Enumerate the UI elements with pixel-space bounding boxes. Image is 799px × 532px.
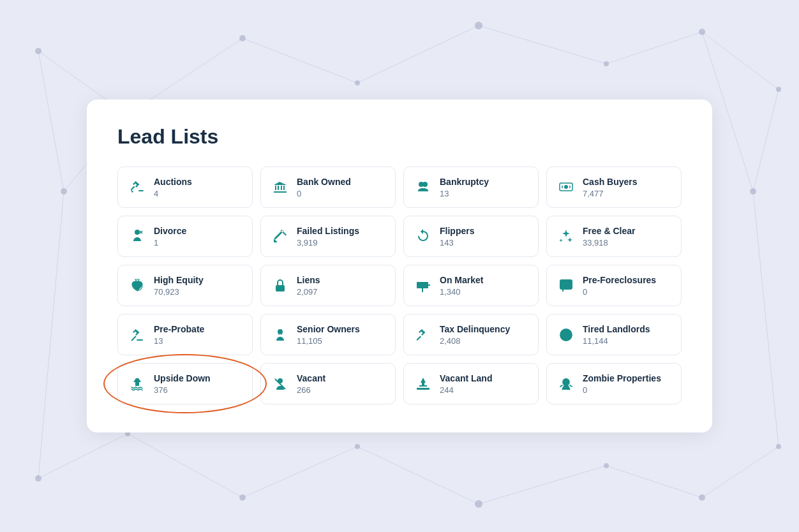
list-item-name-vacant: Vacant: [297, 373, 325, 384]
list-item-name-tax-delinquency: Tax Delinquency: [440, 323, 510, 335]
svg-line-4: [479, 26, 606, 64]
list-item-vacant-land[interactable]: Vacant Land244: [403, 363, 539, 404]
svg-point-34: [475, 500, 482, 508]
list-item-count-bankruptcy: 13: [440, 189, 489, 198]
list-item-count-tired-landlords: 11,144: [583, 336, 650, 346]
list-item-free-clear[interactable]: Free & Clear33,918: [546, 216, 682, 257]
svg-line-13: [243, 447, 357, 498]
list-item-name-flippers: Flippers: [440, 225, 474, 237]
bankruptcy-icon: [414, 179, 432, 195]
list-item-count-senior-owners: 11,105: [297, 336, 360, 346]
svg-point-27: [776, 87, 781, 92]
svg-point-56: [567, 333, 569, 334]
list-item-pre-foreclosures[interactable]: Pre-Foreclosures0: [546, 265, 682, 306]
list-item-name-bank-owned: Bank Owned: [297, 176, 351, 188]
svg-point-30: [35, 475, 41, 482]
list-item-tired-landlords[interactable]: Tired Landlords11,144: [546, 314, 682, 355]
svg-point-24: [475, 22, 482, 29]
list-item-count-vacant: 266: [297, 385, 325, 395]
person-icon: [271, 327, 289, 343]
hammer-icon: [128, 327, 146, 343]
list-item-count-upside-down: 376: [154, 385, 211, 395]
list-item-count-cash-buyers: 7,477: [583, 189, 638, 198]
no-person-icon: [271, 376, 289, 392]
list-item-divorce[interactable]: Divorce1: [117, 216, 253, 257]
divorce-icon: [128, 228, 146, 244]
list-item-name-free-clear: Free & Clear: [583, 225, 635, 237]
list-item-name-liens: Liens: [297, 274, 320, 286]
svg-line-15: [479, 466, 606, 504]
svg-point-37: [776, 444, 781, 449]
list-item-count-on-market: 1,340: [440, 287, 483, 297]
list-item-count-vacant-land: 244: [440, 385, 492, 395]
list-item-name-cash-buyers: Cash Buyers: [583, 176, 638, 188]
svg-line-5: [606, 32, 702, 64]
list-item-cash-buyers[interactable]: Cash Buyers7,477: [546, 166, 682, 208]
list-item-zombie-properties[interactable]: Zombie Properties0: [546, 363, 682, 404]
svg-line-11: [38, 434, 128, 478]
list-item-vacant[interactable]: Vacant266: [260, 363, 396, 404]
list-item-senior-owners[interactable]: Senior Owners11,105: [260, 314, 396, 355]
svg-rect-45: [417, 282, 428, 288]
list-item-pre-probate[interactable]: Pre-Probate13: [117, 314, 253, 355]
list-item-on-market[interactable]: On Market1,340: [403, 265, 539, 306]
list-item-count-auctions: 4: [154, 189, 192, 198]
list-item-name-auctions: Auctions: [154, 176, 192, 188]
svg-line-16: [606, 466, 702, 498]
svg-rect-48: [560, 280, 572, 289]
svg-point-44: [280, 287, 281, 289]
svg-line-2: [243, 38, 357, 83]
svg-point-55: [564, 333, 565, 334]
list-item-name-vacant-land: Vacant Land: [440, 373, 492, 384]
no-entry-icon: [557, 278, 575, 293]
list-item-bankruptcy[interactable]: Bankruptcy13: [403, 166, 539, 208]
list-item-count-pre-foreclosures: 0: [583, 287, 656, 297]
cash-icon: [557, 179, 575, 195]
zombie-icon: [557, 376, 575, 392]
list-item-name-upside-down: Upside Down: [154, 373, 211, 384]
list-item-name-pre-probate: Pre-Probate: [154, 323, 204, 335]
page-title: Lead Lists: [117, 125, 682, 149]
svg-point-32: [239, 494, 246, 501]
svg-point-33: [355, 444, 360, 449]
list-item-name-senior-owners: Senior Owners: [297, 323, 360, 335]
svg-point-26: [699, 29, 705, 35]
list-item-auctions[interactable]: Auctions4: [117, 166, 253, 208]
gavel-icon: [128, 179, 146, 195]
list-item-count-liens: 2,097: [297, 287, 320, 297]
list-item-bank-owned[interactable]: Bank Owned0: [260, 166, 396, 208]
list-item-name-tired-landlords: Tired Landlords: [583, 323, 650, 335]
svg-line-17: [702, 447, 779, 498]
lead-lists-card: Lead Lists Auctions4Bank Owned0Bankruptc…: [87, 100, 712, 433]
svg-line-7: [38, 51, 64, 191]
svg-point-20: [35, 48, 41, 54]
svg-point-29: [750, 188, 756, 195]
emoji-icon: [557, 327, 575, 343]
money-bag-icon: [128, 278, 146, 293]
svg-point-28: [61, 188, 67, 195]
flip-icon: [414, 228, 432, 244]
list-item-flippers[interactable]: Flippers143: [403, 216, 539, 257]
list-item-count-zombie-properties: 0: [583, 385, 661, 395]
list-item-failed-listings[interactable]: Failed Listings3,919: [260, 216, 396, 257]
list-item-liens[interactable]: Liens2,097: [260, 265, 396, 306]
list-item-name-high-equity: High Equity: [154, 274, 204, 286]
list-item-name-bankruptcy: Bankruptcy: [440, 176, 489, 188]
svg-line-18: [38, 191, 64, 478]
list-item-name-zombie-properties: Zombie Properties: [583, 373, 661, 384]
land-icon: [414, 376, 432, 392]
svg-line-6: [702, 32, 779, 89]
svg-point-25: [604, 61, 609, 66]
list-item-tax-delinquency[interactable]: Tax Delinquency2,408: [403, 314, 539, 355]
list-item-name-failed-listings: Failed Listings: [297, 225, 359, 237]
lock-icon: [271, 278, 289, 293]
list-item-count-pre-probate: 13: [154, 336, 204, 346]
list-item-upside-down[interactable]: Upside Down376: [117, 363, 253, 404]
list-item-high-equity[interactable]: High Equity70,923: [117, 265, 253, 306]
sparkle-icon: [557, 228, 575, 244]
svg-point-36: [699, 494, 705, 501]
svg-rect-52: [137, 339, 143, 341]
svg-point-53: [278, 329, 283, 334]
svg-line-12: [128, 434, 243, 498]
items-grid: Auctions4Bank Owned0Bankruptcy13Cash Buy…: [117, 166, 682, 405]
